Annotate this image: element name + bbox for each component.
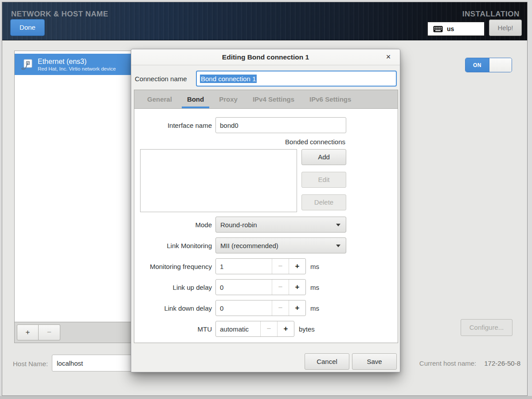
- page-title: NETWORK & HOST NAME: [11, 10, 108, 19]
- bonded-list-buttons: Add Edit Delete: [301, 149, 346, 212]
- link-monitoring-row: Link Monitoring MII (recommended): [134, 237, 398, 253]
- current-hostname-label: Current host name:: [419, 359, 476, 367]
- link-up-delay-spinner[interactable]: 0 − +: [215, 279, 306, 295]
- close-icon[interactable]: ×: [383, 51, 394, 62]
- bonded-connections-row: Add Edit Delete: [140, 149, 398, 212]
- window-frame-bottom: [0, 396, 532, 399]
- device-subtitle: Red Hat, Inc. Virtio network device: [38, 66, 116, 72]
- dialog-title: Editing Bond connection 1: [222, 53, 309, 61]
- tab-general[interactable]: General: [140, 90, 180, 108]
- minus-icon[interactable]: −: [272, 280, 289, 295]
- tab-ipv4-settings[interactable]: IPv4 Settings: [245, 90, 302, 108]
- mtu-unit: bytes: [299, 325, 315, 333]
- device-text: Ethernet (ens3) Red Hat, Inc. Virtio net…: [38, 57, 116, 72]
- add-button[interactable]: Add: [301, 149, 346, 165]
- connection-name-input[interactable]: Bond connection 1: [196, 71, 397, 87]
- done-button[interactable]: Done: [10, 19, 45, 36]
- network-toggle[interactable]: ON: [466, 58, 512, 72]
- hostname-label: Host Name:: [13, 360, 48, 367]
- active-tab-underline: [182, 107, 209, 108]
- save-button[interactable]: Save: [352, 353, 397, 370]
- plus-icon[interactable]: +: [277, 321, 294, 336]
- plus-icon[interactable]: +: [289, 300, 305, 316]
- current-hostname-value: 172-26-50-8: [484, 359, 520, 367]
- selected-text: Bond connection 1: [200, 75, 257, 83]
- toggle-knob[interactable]: [489, 58, 512, 72]
- link-monitoring-label: Link Monitoring: [134, 242, 212, 249]
- tab-ipv6-settings[interactable]: IPv6 Settings: [302, 90, 359, 108]
- chevron-down-icon: [336, 224, 340, 226]
- link-up-delay-unit: ms: [310, 284, 319, 291]
- installation-label: INSTALLATION: [462, 10, 520, 19]
- cancel-button[interactable]: Cancel: [305, 353, 349, 370]
- tab-bar: General Bond Proxy IPv4 Settings IPv6 Se…: [134, 90, 398, 109]
- monitoring-frequency-row: Monitoring frequency 1 − + ms: [134, 258, 398, 274]
- mtu-label: MTU: [134, 325, 212, 333]
- spinner-value[interactable]: 0: [216, 280, 272, 295]
- monitoring-frequency-unit: ms: [310, 263, 319, 270]
- link-monitoring-select[interactable]: MII (recommended): [215, 237, 346, 253]
- link-down-delay-unit: ms: [310, 304, 319, 312]
- chevron-down-icon: [336, 245, 340, 247]
- dialog-footer: Cancel Save: [131, 343, 400, 373]
- keyboard-layout-indicator[interactable]: us: [427, 22, 485, 36]
- interface-name-input[interactable]: [215, 117, 346, 133]
- link-down-delay-spinner[interactable]: 0 − +: [215, 300, 306, 316]
- minus-icon[interactable]: −: [272, 259, 289, 274]
- help-button[interactable]: Help!: [489, 20, 522, 36]
- delete-button[interactable]: Delete: [301, 194, 346, 210]
- link-up-delay-row: Link up delay 0 − + ms: [134, 279, 398, 295]
- mode-select[interactable]: Round-robin: [215, 217, 346, 233]
- configure-button[interactable]: Configure...: [461, 319, 512, 336]
- tab-bond[interactable]: Bond: [180, 90, 211, 108]
- mtu-spinner[interactable]: automatic − +: [215, 321, 294, 337]
- top-bar: NETWORK & HOST NAME Done INSTALLATION us…: [2, 2, 527, 40]
- minus-icon[interactable]: −: [272, 300, 289, 316]
- connection-name-label: Connection name: [134, 75, 196, 83]
- interface-name-row: Interface name: [134, 117, 398, 133]
- installer-window: NETWORK & HOST NAME Done INSTALLATION us…: [2, 2, 528, 396]
- bonded-connections-list[interactable]: [140, 149, 297, 212]
- settings-notebook: General Bond Proxy IPv4 Settings IPv6 Se…: [134, 90, 398, 343]
- toggle-on-label: ON: [466, 58, 489, 72]
- plus-icon[interactable]: +: [289, 280, 305, 295]
- dialog-titlebar: Editing Bond connection 1 ×: [131, 49, 400, 65]
- plus-icon[interactable]: +: [289, 259, 305, 274]
- edit-bond-dialog: Editing Bond connection 1 × Connection n…: [131, 49, 400, 372]
- minus-icon[interactable]: −: [260, 321, 277, 336]
- spinner-value[interactable]: 1: [216, 259, 272, 274]
- current-hostname: Current host name: 172-26-50-8: [412, 359, 520, 367]
- add-device-button[interactable]: +: [17, 324, 39, 340]
- mtu-row: MTU automatic − + bytes: [134, 321, 398, 337]
- keyboard-icon: [433, 26, 443, 32]
- edit-button[interactable]: Edit: [301, 172, 346, 188]
- link-down-delay-label: Link down delay: [134, 304, 212, 312]
- remove-device-button[interactable]: −: [39, 324, 60, 340]
- device-title: Ethernet (ens3): [38, 57, 116, 66]
- connection-name-row: Connection name Bond connection 1: [134, 71, 397, 87]
- ethernet-icon: [21, 58, 33, 71]
- link-up-delay-label: Link up delay: [134, 284, 212, 291]
- monitoring-frequency-label: Monitoring frequency: [134, 263, 212, 270]
- link-down-delay-row: Link down delay 0 − + ms: [134, 300, 398, 316]
- mode-label: Mode: [134, 221, 212, 229]
- interface-name-label: Interface name: [134, 122, 212, 129]
- mode-row: Mode Round-robin: [134, 217, 398, 233]
- spinner-value[interactable]: automatic: [216, 321, 260, 336]
- monitoring-frequency-spinner[interactable]: 1 − +: [215, 258, 306, 274]
- bond-tab-page: Interface name Bonded connections Add Ed…: [134, 109, 398, 343]
- spinner-value[interactable]: 0: [216, 300, 272, 316]
- bonded-connections-label: Bonded connections: [134, 138, 345, 146]
- keyboard-layout-label: us: [447, 25, 454, 32]
- tab-proxy[interactable]: Proxy: [211, 90, 245, 108]
